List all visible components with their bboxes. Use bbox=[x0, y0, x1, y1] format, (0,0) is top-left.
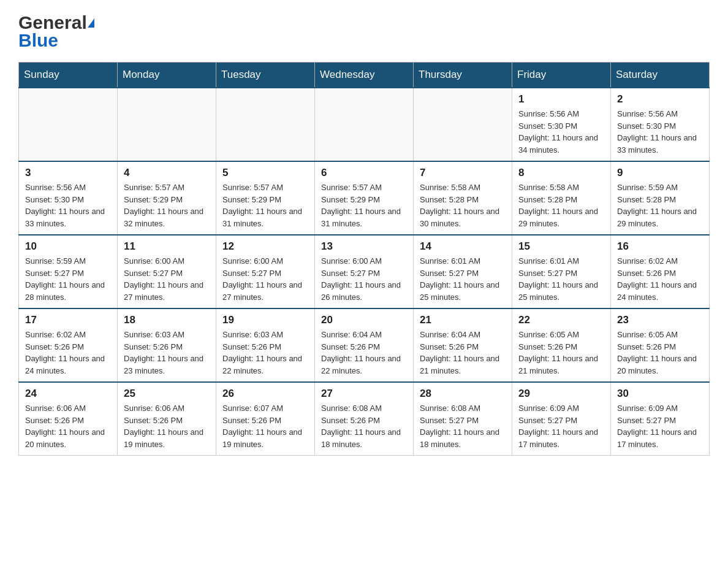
day-number: 1 bbox=[518, 93, 604, 105]
day-number: 10 bbox=[25, 240, 111, 253]
day-sun-info: Sunrise: 6:00 AM Sunset: 5:27 PM Dayligh… bbox=[321, 255, 407, 303]
calendar-cell: 10Sunrise: 5:59 AM Sunset: 5:27 PM Dayli… bbox=[19, 235, 118, 308]
day-sun-info: Sunrise: 5:56 AM Sunset: 5:30 PM Dayligh… bbox=[25, 182, 111, 229]
calendar-cell: 28Sunrise: 6:08 AM Sunset: 5:27 PM Dayli… bbox=[414, 382, 512, 456]
calendar-cell bbox=[315, 88, 414, 161]
day-sun-info: Sunrise: 6:08 AM Sunset: 5:26 PM Dayligh… bbox=[321, 402, 407, 450]
calendar-cell: 29Sunrise: 6:09 AM Sunset: 5:27 PM Dayli… bbox=[512, 382, 611, 456]
day-number: 26 bbox=[222, 388, 308, 400]
day-number: 6 bbox=[321, 167, 407, 179]
calendar-cell: 26Sunrise: 6:07 AM Sunset: 5:26 PM Dayli… bbox=[216, 382, 315, 456]
calendar-cell bbox=[118, 88, 216, 161]
day-number: 16 bbox=[617, 240, 703, 253]
day-sun-info: Sunrise: 6:08 AM Sunset: 5:27 PM Dayligh… bbox=[420, 402, 506, 450]
weekday-header-saturday: Saturday bbox=[611, 63, 710, 88]
day-number: 30 bbox=[617, 388, 703, 400]
day-sun-info: Sunrise: 5:58 AM Sunset: 5:28 PM Dayligh… bbox=[518, 182, 604, 229]
day-sun-info: Sunrise: 6:05 AM Sunset: 5:26 PM Dayligh… bbox=[617, 329, 703, 377]
weekday-header-wednesday: Wednesday bbox=[315, 63, 414, 88]
week-row-4: 17Sunrise: 6:02 AM Sunset: 5:26 PM Dayli… bbox=[19, 308, 710, 382]
calendar-cell: 25Sunrise: 6:06 AM Sunset: 5:26 PM Dayli… bbox=[118, 382, 216, 456]
day-number: 13 bbox=[321, 240, 407, 253]
day-sun-info: Sunrise: 6:09 AM Sunset: 5:27 PM Dayligh… bbox=[518, 402, 604, 450]
day-sun-info: Sunrise: 5:57 AM Sunset: 5:29 PM Dayligh… bbox=[222, 182, 308, 229]
day-number: 19 bbox=[222, 314, 308, 326]
calendar-cell: 16Sunrise: 6:02 AM Sunset: 5:26 PM Dayli… bbox=[611, 235, 710, 308]
day-sun-info: Sunrise: 6:05 AM Sunset: 5:26 PM Dayligh… bbox=[518, 329, 604, 377]
calendar-cell: 8Sunrise: 5:58 AM Sunset: 5:28 PM Daylig… bbox=[512, 161, 611, 235]
day-sun-info: Sunrise: 6:03 AM Sunset: 5:26 PM Dayligh… bbox=[222, 329, 308, 377]
calendar-cell: 9Sunrise: 5:59 AM Sunset: 5:28 PM Daylig… bbox=[611, 161, 710, 235]
calendar-cell: 1Sunrise: 5:56 AM Sunset: 5:30 PM Daylig… bbox=[512, 88, 611, 161]
calendar-cell: 30Sunrise: 6:09 AM Sunset: 5:27 PM Dayli… bbox=[611, 382, 710, 456]
day-sun-info: Sunrise: 5:58 AM Sunset: 5:28 PM Dayligh… bbox=[420, 182, 506, 229]
calendar-cell: 27Sunrise: 6:08 AM Sunset: 5:26 PM Dayli… bbox=[315, 382, 414, 456]
day-number: 5 bbox=[222, 167, 308, 179]
calendar-cell: 22Sunrise: 6:05 AM Sunset: 5:26 PM Dayli… bbox=[512, 308, 611, 382]
day-sun-info: Sunrise: 6:01 AM Sunset: 5:27 PM Dayligh… bbox=[420, 255, 506, 303]
day-sun-info: Sunrise: 5:59 AM Sunset: 5:28 PM Dayligh… bbox=[617, 182, 703, 229]
calendar-cell: 11Sunrise: 6:00 AM Sunset: 5:27 PM Dayli… bbox=[118, 235, 216, 308]
calendar-cell: 12Sunrise: 6:00 AM Sunset: 5:27 PM Dayli… bbox=[216, 235, 315, 308]
day-sun-info: Sunrise: 6:01 AM Sunset: 5:27 PM Dayligh… bbox=[518, 255, 604, 303]
day-sun-info: Sunrise: 6:06 AM Sunset: 5:26 PM Dayligh… bbox=[124, 402, 210, 450]
calendar-cell: 2Sunrise: 5:56 AM Sunset: 5:30 PM Daylig… bbox=[611, 88, 710, 161]
calendar-cell: 24Sunrise: 6:06 AM Sunset: 5:26 PM Dayli… bbox=[19, 382, 118, 456]
day-number: 12 bbox=[222, 240, 308, 253]
calendar-cell: 19Sunrise: 6:03 AM Sunset: 5:26 PM Dayli… bbox=[216, 308, 315, 382]
day-number: 23 bbox=[617, 314, 703, 326]
calendar-cell: 3Sunrise: 5:56 AM Sunset: 5:30 PM Daylig… bbox=[19, 161, 118, 235]
day-number: 25 bbox=[124, 388, 210, 400]
calendar-cell: 21Sunrise: 6:04 AM Sunset: 5:26 PM Dayli… bbox=[414, 308, 512, 382]
calendar-cell: 17Sunrise: 6:02 AM Sunset: 5:26 PM Dayli… bbox=[19, 308, 118, 382]
calendar-cell: 23Sunrise: 6:05 AM Sunset: 5:26 PM Dayli… bbox=[611, 308, 710, 382]
day-sun-info: Sunrise: 5:56 AM Sunset: 5:30 PM Dayligh… bbox=[617, 108, 703, 156]
day-number: 29 bbox=[518, 388, 604, 400]
day-sun-info: Sunrise: 5:57 AM Sunset: 5:29 PM Dayligh… bbox=[124, 182, 210, 229]
day-number: 2 bbox=[617, 93, 703, 105]
day-sun-info: Sunrise: 5:56 AM Sunset: 5:30 PM Dayligh… bbox=[518, 108, 604, 156]
calendar-cell: 6Sunrise: 5:57 AM Sunset: 5:29 PM Daylig… bbox=[315, 161, 414, 235]
day-number: 17 bbox=[25, 314, 111, 326]
day-sun-info: Sunrise: 6:00 AM Sunset: 5:27 PM Dayligh… bbox=[124, 255, 210, 303]
weekday-header-friday: Friday bbox=[512, 63, 611, 88]
day-number: 24 bbox=[25, 388, 111, 400]
day-number: 3 bbox=[25, 167, 111, 179]
day-number: 4 bbox=[124, 167, 210, 179]
week-row-3: 10Sunrise: 5:59 AM Sunset: 5:27 PM Dayli… bbox=[19, 235, 710, 308]
day-number: 8 bbox=[518, 167, 604, 179]
week-row-2: 3Sunrise: 5:56 AM Sunset: 5:30 PM Daylig… bbox=[19, 161, 710, 235]
day-number: 7 bbox=[420, 167, 506, 179]
day-number: 22 bbox=[518, 314, 604, 326]
calendar-table: SundayMondayTuesdayWednesdayThursdayFrid… bbox=[18, 62, 710, 456]
calendar-cell: 20Sunrise: 6:04 AM Sunset: 5:26 PM Dayli… bbox=[315, 308, 414, 382]
day-sun-info: Sunrise: 6:03 AM Sunset: 5:26 PM Dayligh… bbox=[124, 329, 210, 377]
day-sun-info: Sunrise: 5:57 AM Sunset: 5:29 PM Dayligh… bbox=[321, 182, 407, 229]
week-row-1: 1Sunrise: 5:56 AM Sunset: 5:30 PM Daylig… bbox=[19, 88, 710, 161]
day-sun-info: Sunrise: 6:02 AM Sunset: 5:26 PM Dayligh… bbox=[617, 255, 703, 303]
logo-blue: Blue bbox=[18, 31, 58, 50]
day-sun-info: Sunrise: 6:09 AM Sunset: 5:27 PM Dayligh… bbox=[617, 402, 703, 450]
calendar-cell: 5Sunrise: 5:57 AM Sunset: 5:29 PM Daylig… bbox=[216, 161, 315, 235]
day-number: 14 bbox=[420, 240, 506, 253]
logo-triangle-icon bbox=[88, 18, 94, 28]
day-sun-info: Sunrise: 6:04 AM Sunset: 5:26 PM Dayligh… bbox=[321, 329, 407, 377]
day-sun-info: Sunrise: 6:07 AM Sunset: 5:26 PM Dayligh… bbox=[222, 402, 308, 450]
day-sun-info: Sunrise: 6:00 AM Sunset: 5:27 PM Dayligh… bbox=[222, 255, 308, 303]
logo: General Blue bbox=[18, 12, 94, 50]
calendar-cell bbox=[216, 88, 315, 161]
day-number: 15 bbox=[518, 240, 604, 253]
day-number: 21 bbox=[420, 314, 506, 326]
weekday-header-tuesday: Tuesday bbox=[216, 63, 315, 88]
weekday-header-monday: Monday bbox=[118, 63, 216, 88]
weekday-header-row: SundayMondayTuesdayWednesdayThursdayFrid… bbox=[19, 63, 710, 88]
calendar-cell: 15Sunrise: 6:01 AM Sunset: 5:27 PM Dayli… bbox=[512, 235, 611, 308]
week-row-5: 24Sunrise: 6:06 AM Sunset: 5:26 PM Dayli… bbox=[19, 382, 710, 456]
day-number: 18 bbox=[124, 314, 210, 326]
calendar-cell bbox=[414, 88, 512, 161]
weekday-header-sunday: Sunday bbox=[19, 63, 118, 88]
day-sun-info: Sunrise: 6:02 AM Sunset: 5:26 PM Dayligh… bbox=[25, 329, 111, 377]
day-number: 27 bbox=[321, 388, 407, 400]
calendar-cell: 18Sunrise: 6:03 AM Sunset: 5:26 PM Dayli… bbox=[118, 308, 216, 382]
calendar-cell bbox=[19, 88, 118, 161]
